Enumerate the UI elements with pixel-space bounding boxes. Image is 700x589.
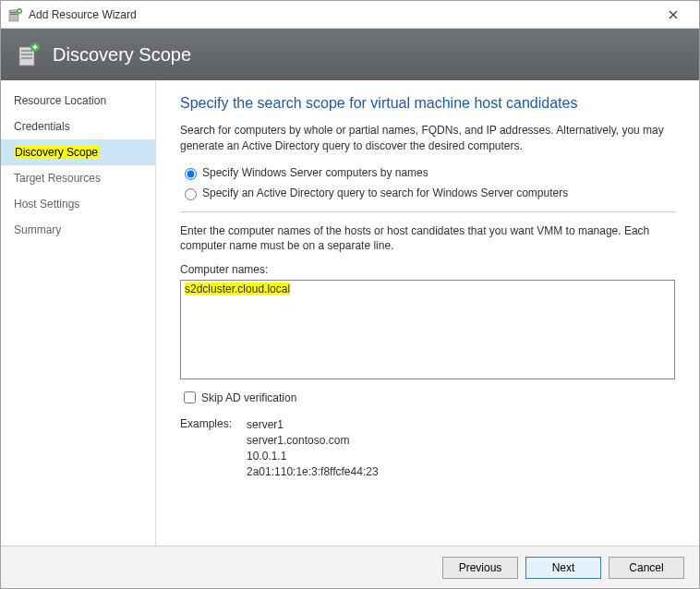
footer: Previous Next Cancel	[1, 546, 699, 588]
server-icon	[16, 42, 42, 67]
banner-heading: Discovery Scope	[53, 44, 191, 66]
computer-names-label: Computer names:	[180, 263, 675, 276]
banner: Discovery Scope	[1, 29, 699, 80]
sidebar-item-resource-location[interactable]: Resource Location	[1, 88, 155, 114]
main-panel: Specify the search scope for virtual mac…	[156, 80, 699, 546]
sidebar-item-discovery-scope[interactable]: Discovery Scope	[1, 139, 155, 165]
example-item: server1.contoso.com	[247, 433, 379, 449]
divider	[180, 211, 675, 212]
svg-rect-6	[21, 54, 32, 55]
previous-button[interactable]: Previous	[442, 557, 518, 579]
page-description: Search for computers by whole or partial…	[180, 123, 675, 154]
window-title: Add Resource Wizard	[29, 8, 655, 21]
close-icon	[669, 10, 678, 19]
svg-rect-1	[10, 12, 18, 13]
sidebar-item-summary[interactable]: Summary	[1, 217, 155, 243]
radio-by-names[interactable]: Specify Windows Server computers by name…	[180, 165, 675, 180]
skip-ad-label: Skip AD verification	[201, 391, 296, 404]
instruction-text: Enter the computer names of the hosts or…	[180, 223, 675, 255]
example-item: server1	[247, 417, 379, 433]
computer-names-input[interactable]: s2dcluster.cloud.local	[180, 280, 675, 379]
radio-by-names-input[interactable]	[185, 168, 197, 180]
wizard-window: Add Resource Wizard Discovery Scope Reso…	[0, 0, 700, 589]
computer-names-value: s2dcluster.cloud.local	[185, 282, 290, 295]
examples-label: Examples:	[180, 417, 247, 479]
examples-values: server1 server1.contoso.com 10.0.1.1 2a0…	[247, 417, 379, 479]
example-item: 10.0.1.1	[247, 449, 379, 464]
example-item: 2a01:110:1e:3:f8ffcfe44:23	[247, 464, 379, 480]
svg-rect-5	[21, 50, 32, 52]
sidebar: Resource Location Credentials Discovery …	[1, 80, 156, 546]
radio-ad-query-label: Specify an Active Directory query to sea…	[202, 186, 568, 199]
radio-ad-query[interactable]: Specify an Active Directory query to sea…	[180, 186, 675, 200]
svg-rect-2	[10, 14, 18, 15]
cancel-button[interactable]: Cancel	[609, 557, 684, 579]
examples-block: Examples: server1 server1.contoso.com 10…	[180, 417, 675, 479]
skip-ad-checkbox[interactable]	[184, 391, 196, 403]
svg-rect-7	[21, 57, 32, 59]
radio-by-names-label: Specify Windows Server computers by name…	[202, 166, 428, 179]
skip-ad-checkbox-row[interactable]: Skip AD verification	[180, 389, 675, 406]
next-button[interactable]: Next	[525, 557, 601, 579]
page-heading: Specify the search scope for virtual mac…	[180, 95, 675, 112]
wizard-body: Resource Location Credentials Discovery …	[1, 80, 699, 546]
close-button[interactable]	[655, 7, 692, 22]
radio-ad-query-input[interactable]	[185, 188, 197, 200]
sidebar-item-credentials[interactable]: Credentials	[1, 114, 155, 139]
sidebar-item-target-resources[interactable]: Target Resources	[1, 165, 155, 191]
titlebar: Add Resource Wizard	[1, 1, 699, 29]
app-icon	[8, 7, 23, 22]
sidebar-item-host-settings[interactable]: Host Settings	[1, 191, 155, 217]
